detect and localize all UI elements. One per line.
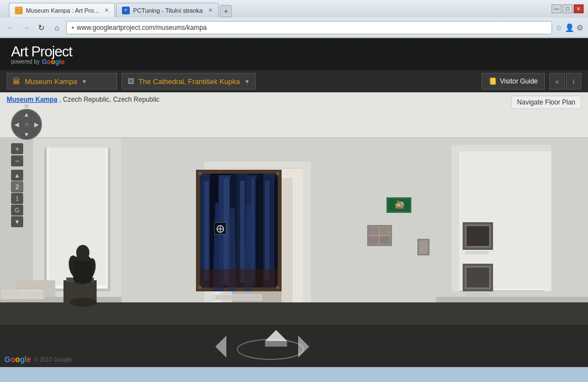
- zoom-crosshair-icon[interactable]: ⨁: [214, 222, 226, 234]
- maximize-button[interactable]: □: [563, 4, 573, 13]
- svg-rect-81: [465, 292, 489, 296]
- tab-title-art: Museum Kampa : Art Pro...: [26, 7, 99, 14]
- svg-point-65: [69, 298, 97, 307]
- floor-1-button[interactable]: 1: [11, 193, 23, 204]
- copyright-text: © 2010 Google: [34, 357, 71, 363]
- zoom-in-button[interactable]: +: [11, 143, 23, 154]
- compass-control[interactable]: N ▲ ◀ ✛ ▶ ▼: [11, 109, 42, 140]
- guide-label: Visitor Guide: [500, 77, 538, 85]
- nav-bar: 🏛 Museum Kampa ▼ 🖼 The Cathedral, Franti…: [0, 70, 588, 92]
- svg-rect-45: [240, 181, 245, 283]
- title-bar: 🎨 Museum Kampa : Art Pro... ✕ P PCTuning…: [0, 0, 588, 18]
- svg-rect-68: [369, 227, 379, 235]
- app-container: Art Project powered by Google 🏛 Museum K…: [0, 38, 588, 367]
- minimize-button[interactable]: —: [552, 4, 561, 13]
- compass-se: [31, 129, 41, 139]
- tab-favicon-art: 🎨: [15, 7, 23, 14]
- user-icon[interactable]: 👤: [565, 23, 574, 32]
- svg-rect-18: [303, 163, 311, 302]
- artwork-zoom-control[interactable]: ⨁: [214, 222, 226, 234]
- location-suffix: , Czech Republic, Czech Republic: [59, 96, 159, 103]
- settings-icon[interactable]: ⚙: [576, 23, 584, 32]
- tab-favicon-pc: P: [122, 7, 130, 14]
- logo-subtitle: powered by Google: [11, 58, 72, 66]
- museum-dropdown-arrow: ▼: [82, 79, 87, 85]
- svg-rect-51: [200, 269, 278, 287]
- reload-button[interactable]: ↻: [35, 22, 47, 34]
- url-text: www.googleartproject.com/museums/kampa: [77, 24, 206, 32]
- compass-center[interactable]: ✛: [22, 119, 31, 129]
- address-bar: ← → ↻ ⌂ ● www.googleartproject.com/museu…: [0, 18, 588, 38]
- svg-rect-19: [204, 161, 311, 168]
- tab-close-pc[interactable]: ✕: [208, 7, 213, 13]
- visitor-guide-button[interactable]: 📒 Visitor Guide: [481, 73, 545, 90]
- google-logo-small: Google: [4, 355, 31, 364]
- floor-2-button[interactable]: 2: [11, 181, 23, 192]
- svg-rect-24: [452, 146, 459, 291]
- compass-w-arrow[interactable]: ◀: [12, 119, 22, 129]
- museum-selector[interactable]: 🏛 Museum Kampa ▼: [7, 73, 117, 90]
- compass-n-label: N: [25, 103, 29, 109]
- powered-by-text: powered by: [11, 59, 40, 65]
- tab-art-project[interactable]: 🎨 Museum Kampa : Art Pro... ✕: [9, 3, 115, 17]
- floor-plan-button[interactable]: Navigate Floor Plan: [511, 96, 581, 109]
- floor-up-button[interactable]: ▲: [11, 170, 23, 181]
- floor-controls: ▲ 2 1 G ▼: [11, 170, 42, 227]
- svg-rect-64: [73, 261, 92, 283]
- compass-n-arrow[interactable]: ▲: [22, 109, 31, 119]
- svg-point-52: [198, 172, 202, 175]
- google-logo: Google: [42, 58, 65, 66]
- svg-rect-30: [436, 297, 588, 302]
- zoom-controls: + −: [11, 143, 42, 166]
- app-logo: Art Project powered by Google: [11, 43, 72, 66]
- artwork-selector[interactable]: 🖼 The Cathedral, František Kupka ▼: [121, 73, 256, 90]
- svg-point-61: [76, 245, 89, 260]
- museum-link[interactable]: Museum Kampa: [7, 96, 57, 103]
- info-controls: « i: [549, 73, 581, 90]
- museum-icon: 🏛: [13, 77, 20, 86]
- google-branding: Google © 2010 Google: [4, 355, 72, 364]
- address-icons: ☆ 👤 ⚙: [555, 23, 584, 32]
- back-button[interactable]: ←: [4, 22, 17, 34]
- compass-arrows: ▲ ◀ ✛ ▶ ▼: [12, 109, 41, 139]
- lock-icon: ●: [71, 24, 75, 30]
- info-button[interactable]: i: [566, 73, 581, 90]
- new-tab-button[interactable]: +: [220, 5, 232, 17]
- location-bar: Museum Kampa , Czech Republic, Czech Rep…: [0, 92, 588, 112]
- svg-rect-79: [419, 240, 428, 254]
- url-input[interactable]: ● www.googleartproject.com/museums/kampa: [66, 21, 552, 34]
- compass-e-arrow[interactable]: ▶: [31, 119, 41, 129]
- browser-chrome: 🎨 Museum Kampa : Art Pro... ✕ P PCTuning…: [0, 0, 588, 38]
- museum-scene: 🚵: [0, 92, 588, 367]
- svg-rect-26: [452, 145, 552, 151]
- svg-rect-80: [465, 251, 489, 254]
- app-header: Art Project powered by Google: [0, 38, 588, 70]
- svg-rect-69: [380, 227, 390, 235]
- location-text: Museum Kampa , Czech Republic, Czech Rep…: [7, 96, 160, 103]
- collapse-button[interactable]: «: [549, 73, 565, 90]
- bookmark-icon[interactable]: ☆: [555, 23, 563, 32]
- compass-ne: [31, 109, 41, 119]
- zoom-out-button[interactable]: −: [11, 155, 23, 166]
- tab-close-art[interactable]: ✕: [104, 7, 109, 13]
- museum-name: Museum Kampa: [25, 77, 77, 86]
- svg-point-55: [276, 286, 279, 289]
- tab-pctuning[interactable]: P PCTuning - Titulni stranka ✕: [116, 3, 219, 17]
- svg-rect-70: [369, 236, 379, 244]
- tabs-bar: 🎨 Museum Kampa : Art Pro... ✕ P PCTuning…: [4, 1, 236, 17]
- forward-button[interactable]: →: [20, 22, 32, 34]
- svg-point-53: [276, 172, 279, 175]
- floor-g-button[interactable]: G: [11, 205, 23, 216]
- floor-down-button[interactable]: ▼: [11, 216, 23, 227]
- svg-rect-47: [265, 181, 269, 280]
- compass-s-arrow[interactable]: ▼: [22, 129, 31, 139]
- tab-title-pc: PCTuning - Titulni stranka: [133, 7, 203, 14]
- close-button[interactable]: ✕: [574, 4, 584, 13]
- svg-rect-43: [204, 181, 209, 280]
- navigation-controls: N ▲ ◀ ✛ ▶ ▼ + − ▲ 2: [11, 109, 42, 227]
- svg-rect-25: [544, 146, 552, 291]
- svg-rect-74: [467, 226, 489, 246]
- artwork-title: The Cathedral, František Kupka: [139, 77, 240, 86]
- svg-point-54: [198, 286, 202, 289]
- home-button[interactable]: ⌂: [51, 22, 63, 34]
